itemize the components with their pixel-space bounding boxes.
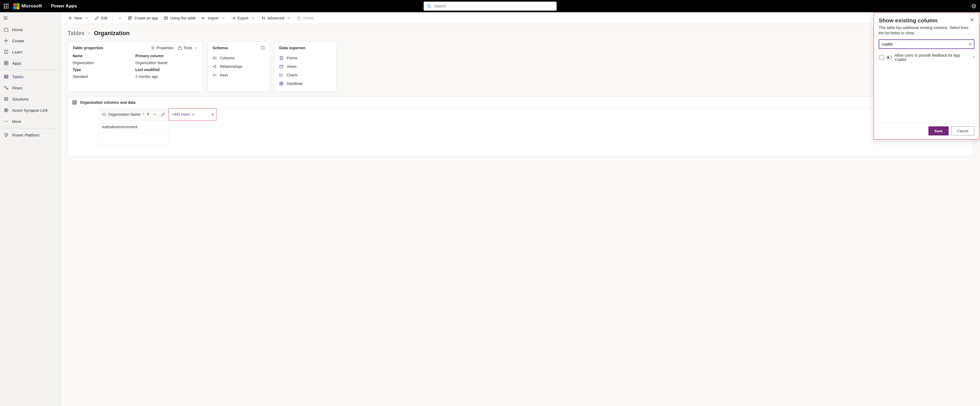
nav-power-platform[interactable]: Power Platform	[0, 129, 61, 140]
svg-rect-44	[298, 17, 300, 20]
panel-subtitle: This table has additional existing colum…	[879, 25, 974, 36]
nav-flows[interactable]: Flows	[0, 82, 61, 93]
add-column-button[interactable]	[209, 111, 216, 118]
dexp-forms[interactable]: Forms	[279, 54, 332, 62]
ellipsis-icon: ···	[4, 119, 8, 123]
empty-row[interactable]	[99, 133, 168, 145]
search-input[interactable]	[434, 4, 554, 8]
top-bar: Microsoft Power Apps	[0, 0, 980, 12]
cmd-export[interactable]: Export	[229, 14, 257, 22]
microsoft-logo: Microsoft	[13, 3, 42, 9]
cmd-edit[interactable]: Edit	[92, 14, 110, 22]
cancel-button[interactable]: Cancel	[951, 126, 975, 135]
chevron-down-icon	[153, 112, 157, 116]
prop-type-label: Type	[73, 68, 135, 72]
toolbox-icon	[178, 46, 182, 50]
svg-point-22	[7, 88, 8, 89]
nav-toggle[interactable]	[0, 12, 61, 24]
nav-home[interactable]: Home	[0, 24, 61, 35]
edit-column-icon[interactable]	[161, 112, 165, 116]
column-search-input[interactable]	[879, 39, 974, 49]
nav-learn[interactable]: Learn	[0, 46, 61, 57]
svg-rect-28	[129, 16, 130, 18]
svg-line-1	[430, 7, 431, 8]
nav-apps[interactable]: Apps	[0, 57, 61, 68]
form-icon	[279, 56, 283, 60]
dexp-charts[interactable]: Charts	[279, 71, 332, 79]
nav-solutions[interactable]: Solutions	[0, 93, 61, 105]
cmd-edit-more[interactable]	[115, 14, 124, 22]
cmd-advanced[interactable]: Advanced	[259, 14, 293, 22]
dexp-views[interactable]: Views	[279, 62, 332, 71]
dashboard-icon	[279, 81, 283, 86]
breadcrumb: Tables › Organization	[61, 24, 980, 41]
card-title: Data experien	[279, 46, 305, 50]
svg-point-55	[215, 65, 216, 66]
cmd-delete[interactable]: Delete	[295, 14, 316, 22]
cmd-import[interactable]: Import	[199, 14, 228, 22]
schema-relationships[interactable]: Relationships	[213, 62, 265, 71]
column-cell: Abc Organization Name* mattsdevenvironme…	[99, 108, 169, 145]
table-icon	[4, 74, 8, 79]
save-button[interactable]: Save	[928, 126, 948, 135]
more-columns-button[interactable]: +441 more	[172, 112, 196, 116]
svg-point-0	[427, 5, 430, 7]
app-name: Power Apps	[51, 3, 77, 9]
table-properties-card: Table properties Properties Tools	[68, 41, 203, 92]
nav-tables[interactable]: Tables	[0, 71, 61, 82]
svg-rect-73	[73, 100, 76, 104]
pencil-icon	[95, 16, 99, 20]
svg-rect-48	[178, 47, 181, 49]
dexp-dashboards[interactable]: Dashboar	[279, 79, 332, 88]
result-label: Allow users to provide feedback for App …	[895, 53, 969, 62]
command-bar: New Edit Create an app Using this table	[61, 12, 980, 24]
svg-rect-71	[280, 84, 281, 85]
prop-name-value: Organization	[73, 61, 135, 65]
checkbox[interactable]	[879, 55, 884, 60]
prop-name-label: Name	[73, 54, 135, 58]
svg-point-54	[213, 66, 214, 67]
more-columns-cell: +441 more	[169, 108, 216, 121]
properties-link[interactable]: Properties	[151, 46, 173, 50]
global-search[interactable]	[424, 2, 557, 11]
close-icon[interactable]	[970, 17, 974, 22]
breadcrumb-root[interactable]: Tables	[68, 30, 84, 37]
svg-rect-24	[5, 98, 7, 100]
tools-dropdown[interactable]: Tools	[178, 46, 198, 50]
plus-icon	[68, 16, 72, 20]
table-icon	[164, 16, 168, 20]
chevron-down-icon	[221, 16, 225, 20]
cmd-new[interactable]: New	[66, 14, 91, 22]
key-icon	[213, 73, 217, 77]
svg-rect-70	[282, 82, 283, 83]
nav-synapse[interactable]: Azure Synapse Link	[0, 105, 61, 116]
svg-text:Abc: Abc	[213, 57, 216, 59]
column-result-row[interactable]: Allow users to provide feedback for App …	[879, 52, 974, 62]
sliders-icon	[261, 16, 266, 20]
search-icon	[427, 4, 431, 8]
globe-icon[interactable]	[972, 4, 976, 8]
cmd-using-table[interactable]: Using this table	[162, 14, 198, 22]
svg-text:Abc: Abc	[103, 114, 105, 115]
svg-rect-72	[282, 84, 283, 85]
svg-rect-67	[280, 65, 283, 68]
book-icon	[4, 49, 8, 54]
info-icon[interactable]	[261, 46, 265, 50]
columns-and-data-card: Organization columns and data Abc Organi…	[68, 97, 974, 156]
svg-point-59	[213, 74, 215, 76]
cmd-create-app[interactable]: Create an app	[126, 14, 160, 22]
svg-rect-15	[6, 63, 8, 65]
schema-card: Schema Abc Columns Relationships Keys	[207, 41, 270, 92]
nav-create[interactable]: Create	[0, 35, 61, 46]
column-header[interactable]: Abc Organization Name*	[99, 108, 168, 121]
section-title: Organization columns and data	[80, 100, 135, 105]
nav-more[interactable]: ··· More	[0, 116, 61, 127]
clear-icon[interactable]	[968, 42, 972, 46]
prop-lastmod-value: 2 months ago	[135, 75, 198, 79]
gear-icon	[151, 46, 155, 50]
data-row[interactable]: mattsdevenvironment	[99, 121, 168, 133]
app-launcher[interactable]	[0, 0, 12, 12]
chevron-right-icon: ›	[88, 30, 90, 37]
schema-keys[interactable]: Keys	[213, 71, 265, 79]
schema-columns[interactable]: Abc Columns	[213, 54, 265, 62]
